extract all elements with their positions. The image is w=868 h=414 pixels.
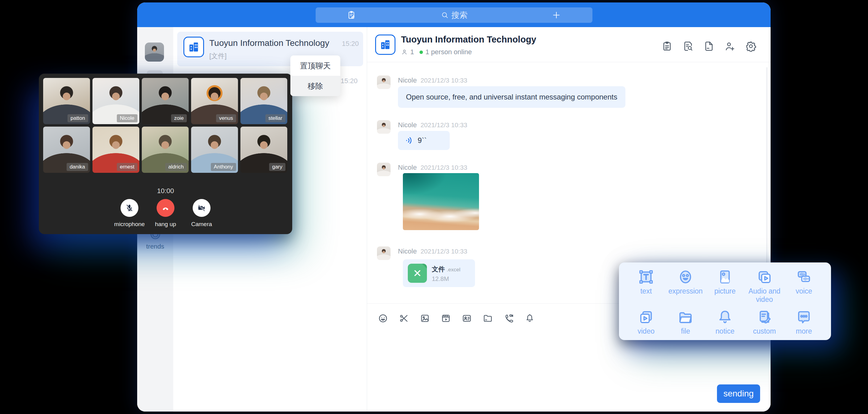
menu-item-pin-chat[interactable]: 置顶聊天 [290,56,340,76]
context-menu: 置顶聊天 移除 [290,56,340,96]
contact-card-icon[interactable] [462,313,472,323]
feature-label: voice [784,287,824,295]
panel-video-icon [638,309,654,325]
call-timer: 10:00 [39,187,292,195]
text-message-bubble[interactable]: Open source, free, and universal instant… [398,86,625,108]
panel-file-icon [677,309,694,325]
feature-audio-and-video[interactable]: Audio and video [745,268,784,309]
feature-label: picture [705,287,745,295]
online-dot [420,51,423,54]
video-tile: aldrich [142,127,189,173]
smiley-icon[interactable] [378,313,388,323]
participant-name: gary [269,163,285,171]
video-call-icon[interactable] [504,313,514,323]
chat-panel: Tuoyun Information Technology 1 1 person… [367,27,771,412]
plus-icon[interactable] [552,10,561,20]
folder-icon[interactable] [483,313,493,323]
feature-label: expression [666,287,705,295]
feature-notice[interactable]: notice [705,309,745,340]
message-meta: Nicole2021/12/3 10:33 [398,76,467,85]
stage: 搜索 trends Tuoyun Information Technology … [0,0,868,414]
panel-more-icon [796,309,812,325]
sender-name: Nicole [398,76,417,84]
video-tile: danika [43,127,90,173]
conversation-time: 15:20 [342,40,359,48]
feature-voice[interactable]: voice [784,268,824,309]
menu-item-remove[interactable]: 移除 [290,76,340,96]
message-datetime: 2021/12/3 10:33 [421,121,467,128]
feature-file[interactable]: file [666,309,705,340]
group-building-icon [183,37,204,57]
microphone-button[interactable] [121,199,138,217]
top-bar: 搜索 [137,2,771,27]
panel-notice-icon [717,309,733,325]
conversation-title: Tuoyun Information Technology [209,38,329,48]
video-tile: ernest [92,127,139,173]
message-datetime: 2021/12/3 10:33 [421,164,467,171]
video-tile: venus [191,78,238,124]
conversation-time: 15:20 [341,77,358,85]
feature-expression[interactable]: expression [666,268,705,309]
feature-custom[interactable]: custom [745,309,784,340]
notice-board-icon[interactable] [661,41,673,52]
file-name: 文件.excel [432,265,460,274]
sender-avatar[interactable] [377,163,391,176]
participant-name: ernest [117,163,137,171]
user-avatar[interactable] [145,42,164,62]
sender-name: Nicole [398,164,417,171]
feature-more[interactable]: more [784,309,824,340]
chat-record-search-icon[interactable] [682,41,693,52]
sender-avatar[interactable] [377,120,391,134]
trends-label: trends [137,243,173,250]
video-tile: patton [43,78,90,124]
feature-text[interactable]: text [626,268,666,309]
sender-avatar[interactable] [377,247,391,260]
participant-name: aldrich [165,163,187,171]
excel-file-icon: ✕ [408,264,427,283]
feature-video[interactable]: video [626,309,666,340]
add-member-icon[interactable] [724,41,736,52]
feature-label: text [626,287,666,295]
participant-name: zoie [171,114,187,122]
group-building-icon [375,34,396,55]
sender-name: Nicole [398,121,417,129]
feature-label: notice [705,327,745,336]
message-datetime: 2021/12/3 10:33 [421,248,467,255]
video-clip-icon[interactable] [441,313,451,323]
feature-label: video [626,327,666,336]
image-icon[interactable] [420,313,430,323]
video-tile: stellar [241,78,287,124]
participant-name: Nicole [117,114,137,122]
online-status: 1 person online [425,48,472,56]
send-button[interactable]: sending [717,384,760,403]
search-bar[interactable]: 搜索 [316,7,592,23]
feature-label: Audio and video [745,287,784,304]
feature-picture[interactable]: picture [705,268,745,309]
hang-up-icon [161,203,170,213]
file-ext: .excel [447,267,460,273]
hang-up-button[interactable] [157,199,175,217]
Camera-button[interactable] [193,199,211,217]
bell-icon[interactable] [525,313,535,323]
message-meta: Nicole2021/12/3 10:33 [398,121,467,129]
call-control-label: Camera [177,221,226,228]
file-icon[interactable] [704,41,714,52]
sender-name: Nicole [398,247,417,255]
file-message-bubble[interactable]: ✕文件.excel12.8M [403,259,475,287]
settings-icon[interactable] [745,41,756,52]
feature-label: custom [745,327,784,336]
scissors-icon[interactable] [399,313,409,323]
voice-duration: 9`` [418,136,427,145]
video-tile: Nicole [92,78,139,124]
sender-avatar[interactable] [377,75,391,89]
chat-subtitle: 1 1 person online [401,48,472,56]
search-input[interactable]: 搜索 [316,7,592,23]
panel-text-icon [638,268,654,285]
message-meta: Nicole2021/12/3 10:33 [398,164,467,171]
search-icon [441,11,449,19]
member-count: 1 [410,48,414,56]
feature-label: file [666,327,705,336]
participant-name: stellar [266,114,285,122]
image-message[interactable] [403,173,479,230]
voice-message-bubble[interactable]: 9`` [398,131,450,150]
